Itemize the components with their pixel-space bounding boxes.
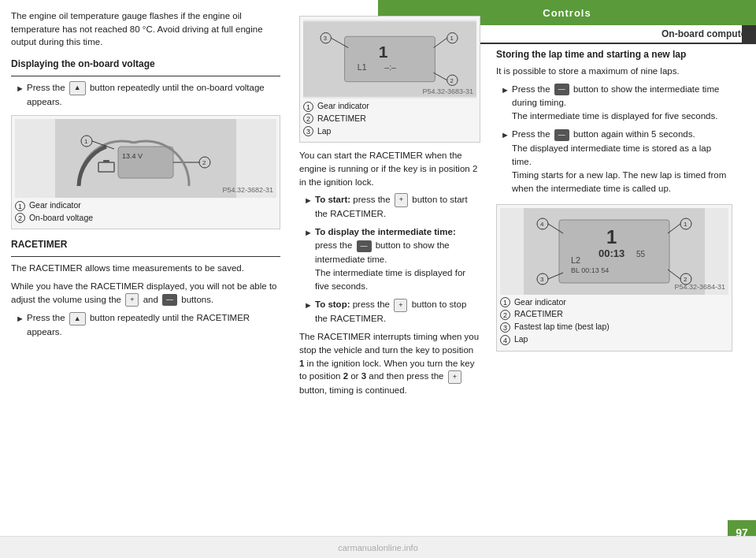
button-plus-start: + <box>395 193 408 207</box>
svg-rect-12 <box>345 36 435 81</box>
diagram-3-image: 1 L2 00:13 55 BL 00:13 54 4 3 1 <box>500 208 728 295</box>
diagram-2-ref: P54.32-3683-31 <box>422 87 473 98</box>
button-plus-inline: + <box>125 293 139 307</box>
storing-title: Storing the lap time and starting a new … <box>496 47 732 61</box>
diagram-3-caption: 1 Gear indicator 2 RACETIMER 3 Fastest l… <box>500 295 728 348</box>
button-minus-store2: — <box>554 129 569 142</box>
circle-d3-1: 1 <box>500 297 510 307</box>
racetimer-title: RACETIMER <box>11 237 280 251</box>
circle-d3-3: 3 <box>500 322 510 333</box>
button-mountain: ▲ <box>69 81 86 95</box>
circle-2: 2 <box>15 213 25 223</box>
mid-column: 1 L1 –:– 3 1 2 P54.32-3683-31 1 <box>291 0 488 536</box>
bullet-arrow-7: ► <box>501 128 512 195</box>
circle-d2-2: 2 <box>303 113 313 124</box>
diagram-1-item-2: 2 On-board voltage <box>15 212 276 225</box>
diagram-2-caption: 1 Gear indicator 2 RACETIMER 3 Lap <box>303 99 476 139</box>
svg-text:13.4 V: 13.4 V <box>122 152 143 160</box>
button-minus-store1: — <box>554 84 569 96</box>
racetimer-p2: While you have the RACETIMER displayed, … <box>11 280 280 307</box>
diagram-2-box: 1 L1 –:– 3 1 2 P54.32-3683-31 1 <box>299 16 480 143</box>
diagram-3-ref: P54.32-3684-31 <box>674 282 725 293</box>
svg-text:–:–: –:– <box>384 62 396 72</box>
svg-text:3: 3 <box>324 35 327 42</box>
bullet-arrow-3: ► <box>304 193 315 221</box>
to-display-bullet: ► To display the intermediate time: pres… <box>299 225 480 293</box>
svg-text:L1: L1 <box>358 62 367 72</box>
diagram-1-ref: P54.32-3682-31 <box>222 185 273 196</box>
bullet-arrow-5: ► <box>304 298 315 326</box>
button-minus-display: — <box>357 240 372 253</box>
diagram-2-image: 1 L1 –:– 3 1 2 P54.32-3683-31 <box>303 20 476 99</box>
diagram-1-image: 13.4 V 1 2 P54.32-3682-31 <box>15 119 276 198</box>
intro-text: The engine oil temperature gauge flashes… <box>11 9 280 49</box>
svg-text:2: 2 <box>450 77 454 84</box>
diagram-3-item-2: 2 RACETIMER <box>500 308 728 321</box>
svg-text:1: 1 <box>84 138 88 145</box>
svg-text:1: 1 <box>379 43 388 61</box>
header-black-accent <box>742 25 756 44</box>
svg-text:BL 00:13 54: BL 00:13 54 <box>571 266 609 274</box>
to-display-text: To display the intermediate time: press … <box>315 225 480 293</box>
diagram-1-caption: 1 Gear indicator 2 On-board voltage <box>15 198 276 226</box>
storing-p1: It is possible to store a maximum of nin… <box>496 65 732 78</box>
displaying-bullet: ► Press the ▲ button repeatedly until th… <box>11 81 280 109</box>
svg-text:3: 3 <box>540 276 544 283</box>
diagram-1-item-1: 1 Gear indicator <box>15 199 276 212</box>
diagram-1-box: 13.4 V 1 2 P54.32-3682-31 1 Gear indicat… <box>11 115 280 230</box>
svg-text:1: 1 <box>450 35 454 42</box>
diagram-2-item-2: 2 RACETIMER <box>303 113 476 125</box>
section-title: Controls <box>543 7 591 19</box>
diagram-3-box: 1 L2 00:13 55 BL 00:13 54 4 3 1 <box>496 204 732 352</box>
storing-bullet-2: ► Press the — button again within 5 seco… <box>496 128 732 195</box>
storing-bullet-1-text: Press the — button to show the intermedi… <box>512 83 732 124</box>
racetimer-bullet: ► Press the ▲ button repeatedly until th… <box>11 311 280 339</box>
watermark: carmanualonline.info <box>0 536 756 558</box>
diagram-2-item-3: 3 Lap <box>303 125 476 138</box>
right-column: Storing the lap time and starting a new … <box>488 44 740 536</box>
to-stop-bullet: ► To stop: press the + button to stop th… <box>299 298 480 326</box>
svg-text:4: 4 <box>540 221 544 228</box>
racetimer-p1: The RACETIMER allows time measurements t… <box>11 262 280 275</box>
bullet-arrow-1: ► <box>16 81 27 109</box>
svg-text:2: 2 <box>202 159 206 166</box>
to-start-bullet: ► To start: press the + button to start … <box>299 193 480 221</box>
circle-d2-3: 3 <box>303 126 313 136</box>
svg-rect-1 <box>118 147 173 178</box>
racetimer-bullet-text: Press the ▲ button repeatedly until the … <box>27 311 280 339</box>
svg-text:L2: L2 <box>571 255 580 265</box>
subsection-title: On-board computer <box>662 28 750 39</box>
button-plus-stop: + <box>394 299 407 313</box>
left-column: The engine oil temperature gauge flashes… <box>0 0 291 536</box>
to-stop-text: To stop: press the + button to stop the … <box>315 298 480 326</box>
diagram-2-item-1: 1 Gear indicator <box>303 100 476 113</box>
button-minus-inline: — <box>162 294 177 306</box>
to-start-text: To start: press the + button to start th… <box>315 193 480 221</box>
diagram-3-item-1: 1 Gear indicator <box>500 296 728 309</box>
diagram-3-item-4: 4 Lap <box>500 333 728 346</box>
cluster-svg-3: 1 L2 00:13 55 BL 00:13 54 4 3 1 <box>500 208 728 295</box>
diagram-3-item-3: 3 Fastest lap time (best lap) <box>500 321 728 333</box>
svg-rect-10 <box>103 160 109 162</box>
svg-text:00:13: 00:13 <box>598 247 624 259</box>
storing-bullet-2-text: Press the — button again within 5 second… <box>512 128 732 195</box>
circle-d3-4: 4 <box>500 335 510 345</box>
displaying-title: Displaying the on-board voltage <box>11 57 280 71</box>
svg-text:1: 1 <box>606 226 617 247</box>
divider-1 <box>11 76 280 76</box>
button-plus-continue: + <box>448 370 461 384</box>
circle-1: 1 <box>15 201 25 211</box>
bullet-arrow-4: ► <box>304 225 315 293</box>
button-mountain-2: ▲ <box>69 312 86 326</box>
bullet-arrow-2: ► <box>16 311 27 339</box>
circle-d2-1: 1 <box>303 102 313 112</box>
circle-d3-2: 2 <box>500 310 510 320</box>
bullet-arrow-6: ► <box>501 83 512 124</box>
svg-text:1: 1 <box>684 221 687 228</box>
mid-intro: You can start the RACETIMER when the eng… <box>299 149 480 188</box>
divider-2 <box>11 256 280 257</box>
displaying-bullet-text: Press the ▲ button repeatedly until the … <box>27 81 280 109</box>
interrupts-text: The RACETIMER interrupts timing when you… <box>299 330 480 396</box>
svg-text:55: 55 <box>636 250 646 259</box>
storing-bullet-1: ► Press the — button to show the interme… <box>496 83 732 124</box>
